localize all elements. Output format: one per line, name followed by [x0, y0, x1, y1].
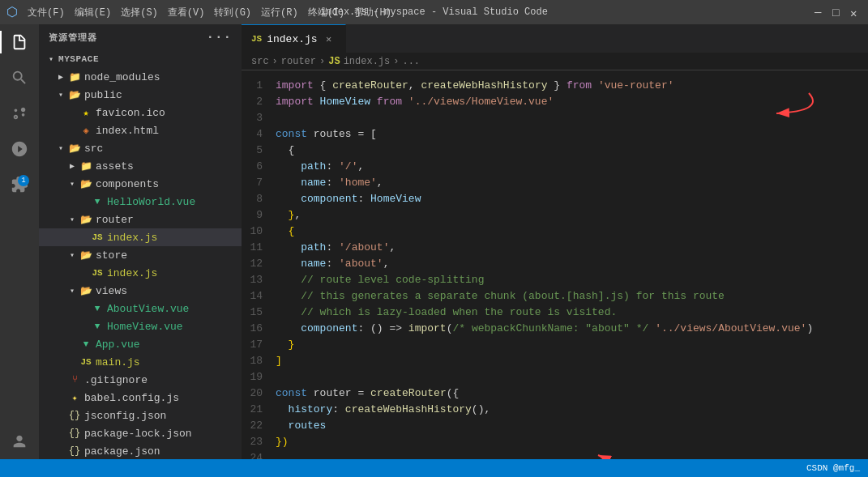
tree-item-favicon[interactable]: ▶ ★ favicon.ico	[39, 104, 242, 121]
tree-item-main-js[interactable]: ▶ JS main.js	[39, 353, 242, 371]
line-number: 4	[242, 128, 276, 140]
code-line-7: 7 name: 'home',	[242, 174, 868, 190]
window-title: index.js - myspace - Visual Studio Code	[320, 6, 548, 18]
line-content: component: () => import(/* webpackChunkN…	[276, 322, 868, 334]
tree-item-views[interactable]: ▾ 📂 views	[39, 282, 242, 300]
code-line-17: 17 }	[242, 336, 868, 352]
tree-label: HelloWorld.vue	[107, 196, 195, 208]
tree-arrow-icon: ▶	[66, 160, 78, 172]
code-line-5: 5 {	[242, 142, 868, 158]
line-content: path: '/',	[276, 160, 868, 172]
code-line-11: 11 path: '/about',	[242, 239, 868, 255]
tree-item-homeview[interactable]: ▶ ▼ HomeView.vue	[39, 317, 242, 335]
tree-label: HomeView.vue	[107, 321, 183, 333]
vue-icon: ▼	[91, 302, 104, 315]
line-number: 1	[242, 79, 276, 92]
line-number: 17	[242, 339, 276, 351]
activity-git-icon[interactable]	[8, 102, 31, 125]
menu-goto[interactable]: 转到(G)	[214, 6, 251, 19]
close-button[interactable]: ✕	[850, 6, 862, 18]
tab-js-icon: JS	[251, 34, 262, 44]
window-controls: ─ □ ✕	[815, 6, 862, 18]
star-icon: ★	[79, 106, 92, 119]
tree-item-assets[interactable]: ▶ 📁 assets	[39, 157, 242, 175]
activity-files-icon[interactable]	[8, 31, 31, 53]
vue-icon: ▼	[91, 320, 104, 333]
folder-icon: 📁	[68, 70, 81, 83]
tree-item-store[interactable]: ▾ 📂 store	[39, 246, 242, 264]
code-line-10: 10 {	[242, 223, 868, 239]
folder-open-icon: 📂	[79, 177, 92, 190]
folder-open-icon: 📂	[79, 249, 92, 262]
tree-label: package-lock.json	[84, 428, 192, 440]
tree-root-myspace[interactable]: ▾ MYSPACE	[39, 50, 242, 68]
tree-item-public[interactable]: ▾ 📂 public	[39, 86, 242, 104]
minimize-button[interactable]: ─	[815, 6, 826, 18]
tree-item-node-modules[interactable]: ▶ 📁 node_modules	[39, 68, 242, 86]
tree-label: AboutView.vue	[107, 303, 189, 315]
tree-item-helloworld[interactable]: ▶ ▼ HelloWorld.vue	[39, 193, 242, 211]
menu-run[interactable]: 运行(R)	[261, 6, 298, 19]
folder-open-icon: 📂	[68, 142, 81, 155]
git-icon: ⑂	[68, 373, 81, 386]
tree-item-package[interactable]: ▶ {} package.json	[39, 442, 242, 459]
tree-item-src[interactable]: ▾ 📂 src	[39, 139, 242, 157]
line-content: name: 'about',	[276, 258, 868, 270]
tree-arrow-icon: ▶	[55, 71, 66, 83]
status-right: CSDN @mfg_	[806, 463, 860, 473]
tree-item-router[interactable]: ▾ 📂 router	[39, 211, 242, 228]
line-content: const routes = [	[276, 128, 868, 140]
tab-close-button[interactable]: ✕	[323, 32, 336, 45]
tree-item-jsconfig[interactable]: ▶ {} jsconfig.json	[39, 407, 242, 424]
tree-item-store-index[interactable]: ▶ JS index.js	[39, 264, 242, 282]
line-content: path: '/about',	[276, 241, 868, 253]
tree-item-aboutview[interactable]: ▶ ▼ AboutView.vue	[39, 300, 242, 317]
tree-item-package-lock[interactable]: ▶ {} package-lock.json	[39, 424, 242, 442]
tab-index-js[interactable]: JS index.js ✕	[242, 24, 346, 53]
line-content: }	[276, 339, 868, 351]
tree-arrow-icon: ▾	[66, 214, 78, 225]
line-number: 9	[242, 209, 276, 221]
menu-edit[interactable]: 编辑(E)	[75, 6, 112, 19]
maximize-button[interactable]: □	[832, 6, 844, 18]
line-number: 23	[242, 436, 276, 448]
line-content: },	[276, 209, 868, 221]
code-line-16: 16 component: () => import(/* webpackChu…	[242, 320, 868, 336]
tree-item-components[interactable]: ▾ 📂 components	[39, 175, 242, 193]
line-content: })	[276, 436, 868, 448]
line-number: 15	[242, 306, 276, 318]
menu-select[interactable]: 选择(S)	[121, 6, 158, 19]
js-icon: JS	[91, 266, 104, 279]
code-line-12: 12 name: 'about',	[242, 255, 868, 271]
line-content: component: HomeView	[276, 193, 868, 205]
tree-item-gitignore[interactable]: ▶ ⑂ .gitignore	[39, 371, 242, 389]
menu-file[interactable]: 文件(F)	[28, 6, 65, 19]
tree-label: App.vue	[96, 339, 140, 351]
tree-item-index-html[interactable]: ▶ ◈ index.html	[39, 121, 242, 139]
line-number: 2	[242, 96, 276, 108]
tree-item-app-vue[interactable]: ▶ ▼ App.vue	[39, 335, 242, 353]
code-line-23: 23 })	[242, 433, 868, 449]
line-number: 24	[242, 452, 276, 460]
sidebar-title: 资源管理器	[49, 32, 96, 44]
line-content: import HomeView from '../views/HomeView.…	[276, 96, 868, 108]
tree-item-router-index[interactable]: ▶ JS index.js	[39, 228, 242, 246]
activity-extensions-icon[interactable]: 1	[8, 173, 31, 196]
sidebar-more-button[interactable]: ···	[207, 31, 232, 44]
breadcrumb-sep-2: ›	[319, 56, 325, 67]
code-editor[interactable]: 1 import { createRouter, createWebHashHi…	[242, 70, 868, 459]
js-icon: JS	[91, 231, 104, 244]
tree-label: favicon.ico	[96, 107, 165, 119]
code-line-19: 19	[242, 368, 868, 385]
tree-item-babel[interactable]: ▶ ✦ babel.config.js	[39, 389, 242, 407]
app-logo-icon: ⬡	[6, 4, 18, 20]
breadcrumb-filename: index.js	[344, 56, 391, 67]
activity-account-icon[interactable]	[8, 430, 31, 453]
activity-debug-icon[interactable]	[8, 138, 31, 160]
folder-icon: 📁	[79, 160, 92, 172]
menu-view[interactable]: 查看(V)	[168, 6, 205, 19]
main-layout: 1 资源管理器 ··· ▾ MYSPACE ▶ 📁 node_modules	[0, 24, 868, 459]
activity-search-icon[interactable]	[8, 66, 31, 89]
tree-label: main.js	[96, 356, 140, 368]
json-icon: {}	[68, 445, 81, 458]
